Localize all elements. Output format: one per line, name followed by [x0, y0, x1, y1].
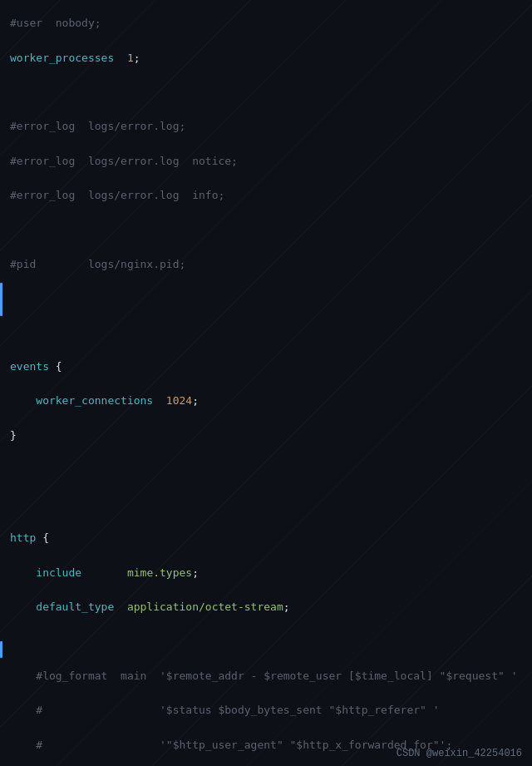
code-line: #user nobody;	[10, 15, 522, 32]
code-line	[10, 496, 522, 512]
code-line: #error_log logs/error.log info;	[10, 187, 522, 205]
code-block: #user nobody; worker_processes 1; #error…	[0, 7, 532, 766]
code-line: events {	[10, 358, 522, 376]
code-line: #error_log logs/error.log;	[10, 118, 522, 136]
code-line	[10, 462, 522, 479]
code-line	[10, 324, 522, 341]
side-indicator	[0, 283, 2, 316]
code-line: include mime.types;	[10, 565, 522, 582]
code-line: }	[10, 427, 522, 445]
code-container: #user nobody; worker_processes 1; #error…	[0, 0, 532, 766]
code-line: default_type application/octet-stream;	[10, 599, 522, 616]
code-line	[10, 634, 522, 650]
code-line: #pid logs/nginx.pid;	[10, 256, 522, 274]
code-line: #error_log logs/error.log notice;	[10, 153, 522, 170]
csdn-watermark-text: CSDN @weixin_42254016	[397, 748, 522, 759]
code-line: #log_format main '$remote_addr - $remote…	[10, 668, 522, 685]
code-line: # '$status $body_bytes_sent "$http_refer…	[10, 702, 522, 719]
code-line: worker_processes 1;	[10, 50, 522, 67]
side-indicator-2	[0, 641, 2, 658]
code-line	[10, 222, 522, 239]
code-line: http {	[10, 530, 522, 547]
code-line	[10, 290, 522, 307]
code-line: worker_connections 1024;	[10, 393, 522, 410]
code-line	[10, 84, 522, 101]
